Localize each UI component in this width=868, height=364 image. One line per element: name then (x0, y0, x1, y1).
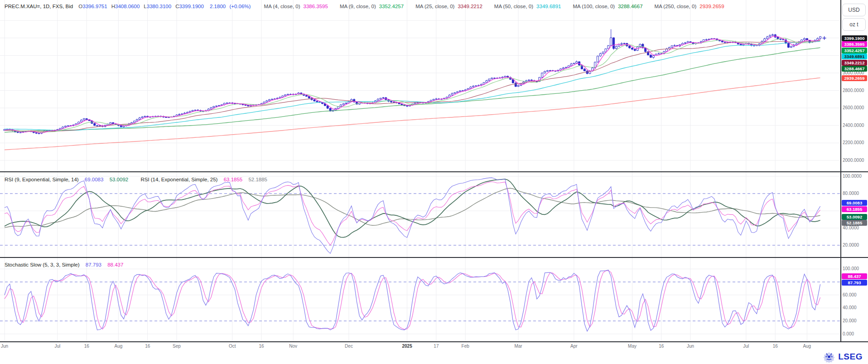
change-value: 2.1800 (210, 4, 226, 9)
ma-legend-value: 3288.4667 (618, 4, 642, 9)
axis-tick-label: 2000.0000 (843, 158, 864, 163)
time-axis-label: 16 (137, 344, 159, 349)
price-axis-label: 3288.4667 (842, 66, 867, 72)
price-axis-label: 2939.2659 (842, 75, 867, 81)
price-axis-label: 63.1855 (842, 206, 867, 212)
candles-up (4, 35, 821, 134)
lseg-logo: LSEG (823, 350, 863, 363)
time-axis-label: 2025 (396, 344, 418, 349)
lseg-crest-icon (823, 351, 835, 363)
rsi-legend[interactable]: RSI (9, Exponential, Simple, 14) 69.0083… (5, 177, 267, 182)
last-price-marker (823, 36, 826, 40)
ma-legend-item: MA (50, close, 0)3349.6891 (494, 4, 561, 9)
gridlines (0, 258, 841, 341)
stoch-legend-label: Stochastic Slow (5, 3, 3, Simple) (5, 262, 80, 267)
ohlc-key: O (78, 4, 82, 9)
axis-tick-label: 100.000 (843, 266, 859, 271)
time-axis-label: Jun (680, 344, 701, 349)
ma-line-50 (5, 41, 820, 131)
axis-tick-label: 2600.0000 (843, 105, 864, 110)
price-axis-label: 3399.1900 (842, 35, 867, 41)
ohlc-value: 3380.3100 (147, 4, 171, 9)
time-axis-label: 16 (764, 344, 786, 349)
price-axis-label: 53.0092 (842, 214, 867, 220)
ma-legend-value: 2939.2659 (699, 4, 724, 9)
gridlines (0, 0, 841, 171)
time-axis-label: Sep (166, 344, 188, 349)
price-axis-label: 3352.4257 (842, 48, 867, 53)
unit-label: oz t (842, 18, 866, 31)
stoch-pane-canvas[interactable] (0, 258, 841, 341)
axis-tick-label: 20.000 (843, 318, 857, 323)
stoch-pane-svg (0, 258, 841, 341)
ma-legend-label: MA (9, close, 0) (340, 4, 376, 9)
main-pane-canvas[interactable] (0, 0, 841, 171)
rsi14-line (5, 182, 820, 245)
price-axis-label: 3349.6891 (842, 53, 867, 59)
axis-tick-label: 80.0000 (843, 191, 859, 196)
rsi14-legend-label: RSI (14, Exponential, Simple, 25) (140, 177, 217, 182)
time-axis-label: Jul (735, 344, 757, 349)
time-axis-label: Mar (507, 344, 529, 349)
axis-tick-label: 100.0000 (843, 174, 862, 179)
time-axis-label: May (622, 344, 643, 349)
gridlines (0, 172, 841, 257)
time-axis-label: 16 (651, 344, 672, 349)
time-axis-label: Aug (107, 344, 129, 349)
time-axis-label: 17 (425, 344, 447, 349)
price-axis-label: 69.0083 (842, 200, 867, 206)
stoch-k-value: 87.793 (86, 262, 101, 267)
currency-label: USD (842, 4, 866, 16)
ohlc-values: O3396.9751H3408.0600L3380.3100C3399.1900 (74, 4, 203, 9)
price-axis-label: 3349.2212 (842, 60, 867, 66)
price-axis-label: 52.1885 (842, 220, 867, 226)
candle-wicks (5, 29, 820, 134)
main-pane-svg (0, 0, 841, 171)
ma-legend-item: MA (100, close, 0)3288.4667 (573, 4, 642, 9)
ma-legend-item: MA (25, close, 0)3349.2212 (415, 4, 482, 9)
symbol-label: PREC.M.XAU=, 1D, FXS, Bid (5, 4, 73, 9)
ohlc-value: 3396.9751 (82, 4, 107, 9)
ma-line-250 (5, 78, 820, 150)
axis-tick-label: 2200.0000 (843, 140, 864, 145)
rsi14-ma-value: 52.1885 (248, 177, 267, 182)
ma-legend-item: MA (4, close, 0)3386.3595 (264, 4, 328, 9)
stoch-d-value: 88.437 (107, 262, 123, 267)
change-percent: (+0.06%) (229, 4, 251, 9)
ma-legend-value: 3352.4257 (379, 4, 404, 9)
ma-legend-label: MA (100, close, 0) (573, 4, 615, 9)
pane-separator (0, 171, 868, 172)
time-axis-label: Feb (454, 344, 476, 349)
price-axis-label: 87.793 (842, 280, 867, 286)
time-axis-label: 16 (76, 344, 97, 349)
time-axis-label: Aug (796, 344, 818, 349)
axis-tick-label: 40.0000 (843, 225, 859, 230)
time-axis-label: 16 (251, 344, 272, 349)
rsi14-value: 63.1855 (224, 177, 243, 182)
price-axis-label: 3386.3595 (842, 41, 867, 47)
ma-legend-value: 3386.3595 (304, 4, 328, 9)
ma-legend-label: MA (4, close, 0) (264, 4, 300, 9)
rsi-pane-svg (0, 172, 841, 257)
chart-window: 3000.00002800.00002600.00002400.00002200… (0, 0, 868, 364)
main-legend[interactable]: PREC.M.XAU=, 1D, FXS, Bid O3396.9751H340… (5, 4, 724, 9)
ma-line-25 (5, 41, 820, 131)
time-axis-label: Oct (222, 344, 243, 349)
stoch-k-line (5, 270, 820, 331)
time-axis[interactable]: JunJul16Aug16SepOct16NovDec202517FebMarA… (0, 342, 868, 353)
time-axis-label: Jul (47, 344, 68, 349)
rsi9-line (5, 178, 820, 253)
axis-tick-label: 20.0000 (843, 243, 859, 248)
pane-separator (0, 257, 868, 258)
time-axis-label: Dec (338, 344, 360, 349)
axis-tick-label: 60.000 (843, 292, 857, 297)
rsi9-ma-value: 53.0092 (110, 177, 129, 182)
axis-unit-box: USD oz t (842, 4, 865, 33)
rsi-pane-canvas[interactable] (0, 172, 841, 257)
axis-tick-label: 2400.0000 (843, 123, 864, 128)
price-axis[interactable]: 3000.00002800.00002600.00002400.00002200… (841, 0, 868, 341)
ma-legend-value: 3349.6891 (536, 4, 561, 9)
price-axis-label: 88.437 (842, 273, 867, 279)
rsi9-value: 69.0083 (85, 177, 104, 182)
stoch-legend[interactable]: Stochastic Slow (5, 3, 3, Simple) 87.793… (5, 262, 123, 267)
